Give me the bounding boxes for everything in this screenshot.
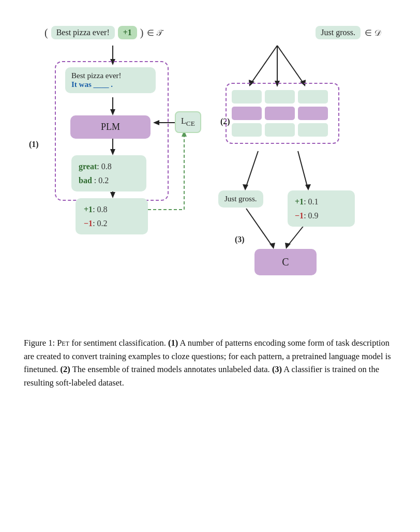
ensemble-cell-r2c3 (298, 107, 328, 120)
caption-part2-bold: (2) (61, 364, 70, 374)
right-pred-neg-row: −1: 0.9 (295, 209, 348, 223)
c-box: C (254, 249, 317, 275)
right-pred-pos-row: +1: 0.1 (295, 195, 348, 209)
set-d-label: ∈ 𝒟 (365, 28, 381, 38)
svg-line-13 (251, 46, 277, 83)
caption-part1-bold: (1) (168, 338, 178, 348)
unlabeled-text-badge: Just gross. (316, 26, 361, 39)
right-pred-box: +1: 0.1 −1: 0.9 (288, 190, 355, 227)
svg-line-23 (246, 209, 272, 246)
label-1: (1) (29, 140, 39, 149)
caption-part3-bold: (3) (272, 364, 282, 374)
input-line1: Best pizza ever! (71, 71, 149, 80)
ensemble-cell-r1c3 (298, 90, 328, 104)
set-t-label: ∈ 𝒯 (147, 28, 161, 38)
final-pred-box: +1: 0.8 −1: 0.2 (76, 198, 148, 234)
figure-caption: Figure 1: Pet for sentiment classificati… (24, 336, 396, 389)
diagram-wrapper: (2) (3) ( Best pizza ever! +1 ) ∈ 𝒯 Just… (24, 16, 396, 321)
svg-marker-26 (285, 243, 291, 249)
ensemble-grid (232, 90, 333, 137)
ensemble-cell-r3c2 (265, 123, 295, 137)
pred-probs-box: great: 0.8 bad : 0.2 (71, 155, 146, 191)
ensemble-cell-r1c1 (232, 90, 262, 104)
close-paren: ) (140, 27, 144, 39)
svg-text:(3): (3) (235, 235, 245, 244)
left-top-expression: ( Best pizza ever! +1 ) ∈ 𝒯 (44, 26, 161, 39)
open-paren: ( (44, 27, 48, 39)
pred-great-row: great: 0.8 (79, 159, 139, 173)
svg-marker-20 (243, 184, 248, 190)
svg-marker-24 (269, 243, 275, 249)
ensemble-box (226, 83, 339, 144)
ensemble-cell-r3c3 (298, 123, 328, 137)
svg-marker-22 (305, 184, 311, 190)
caption-rest: for sentiment classification. (69, 338, 166, 348)
final-pos-row: +1: 0.8 (84, 202, 140, 216)
input-line2: It was ____ . (71, 80, 149, 89)
svg-line-17 (277, 46, 303, 83)
ensemble-cell-r2c2 (265, 107, 295, 120)
pred-bad-row: bad : 0.2 (79, 173, 139, 187)
lce-box: LCE (175, 111, 201, 133)
svg-line-19 (246, 151, 258, 186)
ensemble-cell-r1c2 (265, 90, 295, 104)
example-text-badge: Best pizza ever! (51, 26, 115, 39)
just-gross-box: Just gross. (218, 190, 263, 208)
ensemble-cell-r2c1 (232, 107, 262, 120)
right-top-expression: Just gross. ∈ 𝒟 (316, 26, 381, 39)
caption-part2-text: The ensemble of trained models annotates… (70, 364, 270, 374)
plus-one-badge: +1 (118, 26, 137, 39)
input-text-box: Best pizza ever! It was ____ . (65, 67, 156, 93)
plm-box: PLM (70, 115, 151, 139)
figure-ref: Figure 1: (24, 338, 55, 348)
pet-label: Pet (57, 338, 69, 348)
svg-line-21 (298, 151, 307, 186)
ensemble-cell-r3c1 (232, 123, 262, 137)
final-neg-row: −1: 0.2 (84, 216, 140, 230)
